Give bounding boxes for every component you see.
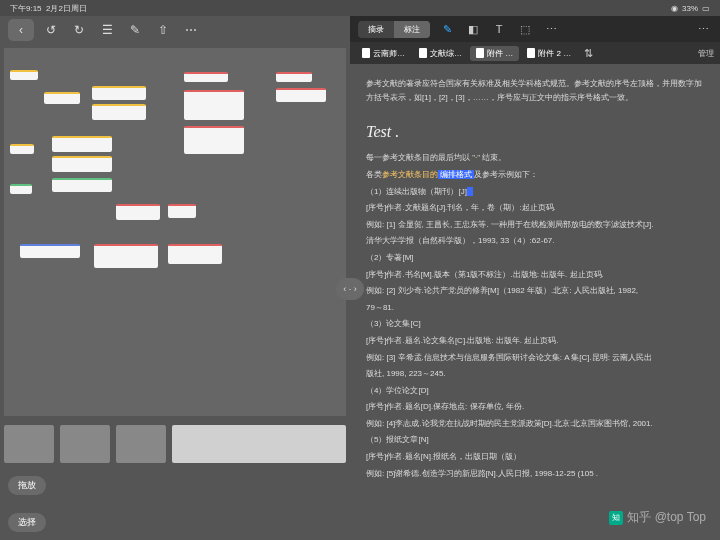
thumb[interactable] xyxy=(116,425,166,463)
edit-button[interactable]: ✎ xyxy=(124,19,146,41)
drag-button[interactable]: 拖放 xyxy=(8,476,46,495)
document-view[interactable]: 参考文献的著录应符合国家有关标准及相关学科格式规范。参考文献的序号左顶格，并用数… xyxy=(350,64,720,540)
select-button[interactable]: 选择 xyxy=(8,513,46,532)
node[interactable] xyxy=(20,244,80,258)
thumb[interactable] xyxy=(172,425,346,463)
wifi-icon: ◉ xyxy=(671,4,678,13)
page-nav[interactable]: ‹ · › xyxy=(336,278,364,300)
more-button[interactable]: ⋯ xyxy=(180,19,202,41)
node[interactable] xyxy=(10,70,38,80)
node[interactable] xyxy=(92,104,146,120)
more-icon[interactable]: ⋯ xyxy=(542,20,560,38)
node[interactable] xyxy=(10,144,34,154)
tab[interactable]: 附件 … xyxy=(470,46,519,61)
node[interactable] xyxy=(184,90,244,120)
thumb[interactable] xyxy=(4,425,54,463)
node[interactable] xyxy=(276,72,312,82)
tab[interactable]: 附件 2 … xyxy=(521,46,577,61)
text-icon[interactable]: T xyxy=(490,20,508,38)
node[interactable] xyxy=(168,204,196,218)
node[interactable] xyxy=(184,72,228,82)
menu-icon[interactable]: ⋯ xyxy=(694,20,712,38)
doc-tabs: 云南师… 文献综… 附件 … 附件 2 … ⇅ 管理 xyxy=(350,42,720,64)
node[interactable] xyxy=(184,126,244,154)
battery-icon: ▭ xyxy=(702,4,710,13)
redo-button[interactable]: ↻ xyxy=(68,19,90,41)
handwriting: Test . xyxy=(366,118,704,145)
node[interactable] xyxy=(52,178,112,192)
node[interactable] xyxy=(92,86,146,100)
eraser-icon[interactable]: ◧ xyxy=(464,20,482,38)
thumb[interactable] xyxy=(60,425,110,463)
node[interactable] xyxy=(168,244,222,264)
thumbnails xyxy=(0,420,350,468)
crop-icon[interactable]: ⬚ xyxy=(516,20,534,38)
right-toolbar: 摘录标注 ✎ ◧ T ⬚ ⋯ ⋯ xyxy=(350,16,720,42)
sort-icon[interactable]: ⇅ xyxy=(579,44,597,62)
pen-icon[interactable]: ✎ xyxy=(438,20,456,38)
watermark: 知知乎 @top Top xyxy=(609,509,706,526)
node[interactable] xyxy=(116,204,160,220)
mode-segment[interactable]: 摘录标注 xyxy=(358,21,430,38)
node[interactable] xyxy=(276,88,326,102)
status-bar: 下午9:15 2月2日周日 ◉33%▭ xyxy=(0,0,720,16)
mindmap-canvas[interactable] xyxy=(4,48,346,416)
tab[interactable]: 云南师… xyxy=(356,46,411,61)
manage-button[interactable]: 管理 xyxy=(698,48,714,59)
undo-button[interactable]: ↺ xyxy=(40,19,62,41)
left-toolbar: ‹ ↺ ↻ ☰ ✎ ⇧ ⋯ xyxy=(0,16,350,44)
share-button[interactable]: ⇧ xyxy=(152,19,174,41)
node[interactable] xyxy=(10,184,32,194)
back-button[interactable]: ‹ xyxy=(8,19,34,41)
node[interactable] xyxy=(52,136,112,152)
list-button[interactable]: ☰ xyxy=(96,19,118,41)
right-pane: 摘录标注 ✎ ◧ T ⬚ ⋯ ⋯ 云南师… 文献综… 附件 … 附件 2 … ⇅… xyxy=(350,16,720,540)
node[interactable] xyxy=(44,92,80,104)
node[interactable] xyxy=(94,244,158,268)
tab[interactable]: 文献综… xyxy=(413,46,468,61)
left-pane: ‹ ↺ ↻ ☰ ✎ ⇧ ⋯ 拖放 选择 xyxy=(0,16,350,540)
node[interactable] xyxy=(52,156,112,172)
